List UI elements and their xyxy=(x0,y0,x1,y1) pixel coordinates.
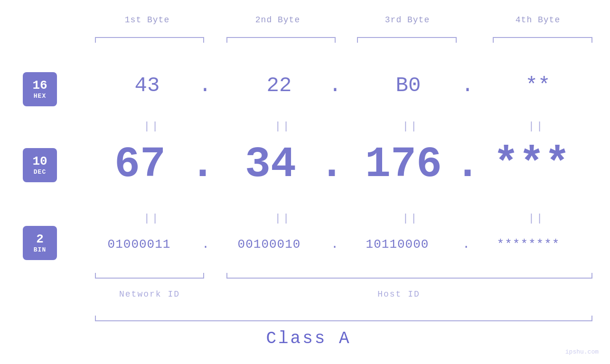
network-id-label: Network ID xyxy=(95,289,204,299)
hex-val-2: 22 xyxy=(236,74,322,97)
hex-dot-1: . xyxy=(191,74,219,97)
eq-row2-4: || xyxy=(503,213,570,224)
eq-row1-2: || xyxy=(240,121,326,132)
eq-row1-1: || xyxy=(109,121,195,132)
hex-val-4: ** xyxy=(500,74,576,97)
bin-val-1: 01000011 xyxy=(87,237,191,252)
watermark: ipshu.com xyxy=(565,348,599,355)
bracket-top-2 xyxy=(226,37,336,43)
bracket-bottom-hostid xyxy=(226,273,592,279)
dec-val-3: 176 xyxy=(342,140,465,189)
badge-bin-label: BIN xyxy=(34,246,46,253)
byte-header-4: 4th Byte xyxy=(500,15,576,25)
byte-header-2: 2nd Byte xyxy=(240,15,316,25)
bracket-bottom-networkid xyxy=(95,273,204,279)
eq-row1-3: || xyxy=(368,121,453,132)
badge-hex-label: HEX xyxy=(34,93,46,100)
eq-row2-2: || xyxy=(240,213,326,224)
bracket-class-a xyxy=(95,316,592,321)
dec-val-2: 34 xyxy=(218,140,323,189)
badge-bin-num: 2 xyxy=(36,233,44,246)
eq-row2-3: || xyxy=(368,213,453,224)
bracket-top-3 xyxy=(357,37,457,43)
dec-dot-3: . xyxy=(451,140,484,189)
class-a-label: Class A xyxy=(237,329,380,348)
dec-val-1: 67 xyxy=(88,140,192,189)
badge-dec: 10 DEC xyxy=(23,148,57,182)
badge-bin: 2 BIN xyxy=(23,226,57,260)
byte-header-3: 3rd Byte xyxy=(369,15,445,25)
badge-dec-label: DEC xyxy=(34,168,46,176)
byte-header-1: 1st Byte xyxy=(109,15,185,25)
bin-val-4: ******** xyxy=(471,237,585,252)
hex-val-3: B0 xyxy=(366,74,451,97)
eq-row1-4: || xyxy=(503,121,570,132)
badge-hex: 16 HEX xyxy=(23,72,57,106)
bin-dot-2: . xyxy=(323,237,347,252)
dec-dot-2: . xyxy=(315,140,348,189)
eq-row2-1: || xyxy=(109,213,195,224)
badge-dec-num: 10 xyxy=(32,155,47,168)
bracket-top-1 xyxy=(95,37,204,43)
bin-val-2: 00100010 xyxy=(217,237,321,252)
hex-dot-3: . xyxy=(453,74,482,97)
dec-val-4: *** xyxy=(475,140,589,189)
badge-hex-num: 16 xyxy=(32,79,47,93)
bracket-top-4 xyxy=(493,37,592,43)
bin-dot-1: . xyxy=(194,237,217,252)
dec-dot-1: . xyxy=(186,140,219,189)
host-id-label: Host ID xyxy=(332,289,465,299)
bin-dot-3: . xyxy=(454,237,478,252)
hex-dot-2: . xyxy=(321,74,349,97)
hex-val-1: 43 xyxy=(104,74,190,97)
bin-val-3: 10110000 xyxy=(345,237,450,252)
